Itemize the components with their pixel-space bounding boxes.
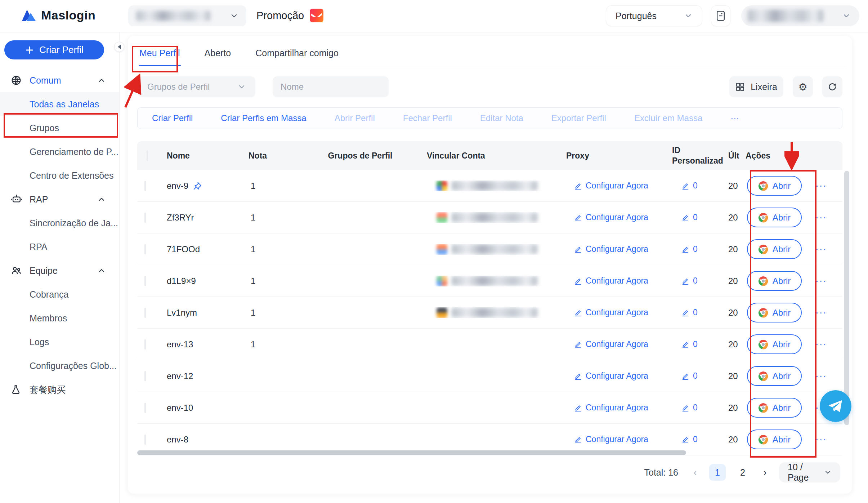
sidebar-group-2[interactable]: Equipe xyxy=(0,259,119,282)
open-profile-button[interactable]: Abrir xyxy=(747,334,802,354)
promo-link[interactable]: Promoção xyxy=(256,9,323,22)
telegram-float-button[interactable] xyxy=(820,390,851,422)
custom-id-edit[interactable]: 0 xyxy=(663,371,724,381)
prev-page-button[interactable]: ‹ xyxy=(690,467,701,478)
proxy-configure-label: Configurar Agora xyxy=(586,213,648,222)
sidebar-item-2-0[interactable]: Cobrança xyxy=(0,282,119,306)
column-header-7: Ações xyxy=(741,151,810,161)
proxy-configure-link[interactable]: Configurar Agora xyxy=(562,403,663,413)
sidebar-item-2-3[interactable]: Configurações Glob... xyxy=(0,354,119,378)
custom-id-edit[interactable]: 0 xyxy=(663,244,724,254)
blurred-account-icon xyxy=(437,276,447,286)
row-more-button[interactable]: ··· xyxy=(810,180,832,191)
row-checkbox[interactable] xyxy=(144,308,146,318)
sidebar-item-1-0[interactable]: Sincronização de Ja... xyxy=(0,211,119,235)
sidebar-item-2-1[interactable]: Membros xyxy=(0,306,119,330)
create-profile-button[interactable]: Criar Perfil xyxy=(4,40,104,59)
open-profile-button[interactable]: Abrir xyxy=(747,398,802,418)
custom-id-edit[interactable]: 0 xyxy=(663,276,724,286)
row-more-button[interactable]: ··· xyxy=(810,307,832,318)
row-checkbox[interactable] xyxy=(144,244,146,254)
proxy-configure-link[interactable]: Configurar Agora xyxy=(562,339,663,349)
row-more-button[interactable]: ··· xyxy=(810,275,832,286)
language-select[interactable]: Português xyxy=(606,5,702,26)
user-account-menu[interactable] xyxy=(741,5,859,26)
select-all-checkbox[interactable] xyxy=(147,150,148,161)
row-more-button[interactable]: ··· xyxy=(810,370,832,382)
row-checkbox[interactable] xyxy=(144,213,146,223)
custom-id-edit[interactable]: 0 xyxy=(663,181,724,191)
sidebar-item-0-1[interactable]: Grupos xyxy=(0,116,119,140)
vertical-scrollbar[interactable] xyxy=(844,171,849,425)
page-button-1[interactable]: 1 xyxy=(709,464,726,481)
profile-name-cell: Lv1nym xyxy=(160,308,241,318)
action-0[interactable]: Criar Perfil xyxy=(152,113,193,123)
sidebar-item-0-2[interactable]: Gerenciamento de P... xyxy=(0,140,119,164)
custom-id-edit[interactable]: 0 xyxy=(663,435,724,444)
action-7[interactable]: ··· xyxy=(730,113,739,123)
row-more-button[interactable]: ··· xyxy=(810,434,832,445)
sidebar-group-3[interactable]: 套餐购买 xyxy=(0,378,119,401)
sidebar-collapse-button[interactable] xyxy=(114,42,124,52)
sidebar-item-0-3[interactable]: Centro de Extensões xyxy=(0,164,119,187)
proxy-configure-link[interactable]: Configurar Agora xyxy=(562,276,663,286)
custom-id-edit[interactable]: 0 xyxy=(663,213,724,222)
pin-icon[interactable] xyxy=(193,181,202,191)
profile-group-filter[interactable]: Grupos de Perfil xyxy=(138,76,255,97)
next-page-button[interactable]: › xyxy=(760,467,770,478)
proxy-configure-link[interactable]: Configurar Agora xyxy=(562,371,663,381)
row-checkbox[interactable] xyxy=(144,276,146,286)
sidebar-item-1-1[interactable]: RPA xyxy=(0,235,119,259)
profile-name-cell: env-12 xyxy=(160,371,241,381)
workspace-select[interactable] xyxy=(128,5,246,26)
proxy-configure-link[interactable]: Configurar Agora xyxy=(562,181,663,191)
table-settings-button[interactable]: ⚙ xyxy=(793,76,813,97)
actions-cell: Abrir xyxy=(741,398,810,418)
open-profile-button[interactable]: Abrir xyxy=(747,366,802,386)
row-checkbox[interactable] xyxy=(144,339,146,350)
row-checkbox[interactable] xyxy=(144,371,146,381)
row-checkbox[interactable] xyxy=(144,181,146,191)
gear-icon: ⚙ xyxy=(798,81,807,93)
custom-id-edit[interactable]: 0 xyxy=(663,308,724,317)
open-profile-button[interactable]: Abrir xyxy=(747,176,802,196)
note-cell: 1 xyxy=(241,181,299,191)
page-button-2[interactable]: 2 xyxy=(734,464,751,481)
tab-aberto[interactable]: Aberto xyxy=(204,43,232,66)
sidebar-item-0-0[interactable]: Todas as Janelas xyxy=(0,92,119,116)
open-profile-button[interactable]: Abrir xyxy=(747,429,802,449)
name-search-input[interactable] xyxy=(281,82,392,92)
row-checkbox[interactable] xyxy=(144,435,146,445)
proxy-configure-link[interactable]: Configurar Agora xyxy=(562,308,663,317)
custom-id-edit[interactable]: 0 xyxy=(663,339,724,349)
open-profile-button[interactable]: Abrir xyxy=(747,271,802,291)
custom-id-edit[interactable]: 0 xyxy=(663,403,724,413)
profile-name-cell: env-8 xyxy=(160,435,241,445)
refresh-button[interactable] xyxy=(822,76,842,97)
sidebar-group-0[interactable]: Comum xyxy=(0,68,119,92)
proxy-configure-link[interactable]: Configurar Agora xyxy=(562,435,663,444)
row-checkbox[interactable] xyxy=(144,403,146,413)
trash-button[interactable]: Lixeira xyxy=(729,76,783,97)
row-more-button[interactable]: ··· xyxy=(810,212,832,223)
chrome-icon xyxy=(758,244,768,254)
open-profile-button[interactable]: Abrir xyxy=(747,208,802,227)
sidebar-item-2-2[interactable]: Logs xyxy=(0,330,119,354)
tab-meu-perfil[interactable]: Meu Perfil xyxy=(139,43,181,66)
open-profile-button[interactable]: Abrir xyxy=(747,303,802,322)
proxy-configure-link[interactable]: Configurar Agora xyxy=(562,244,663,254)
row-more-button[interactable]: ··· xyxy=(810,244,832,255)
open-profile-button[interactable]: Abrir xyxy=(747,239,802,259)
pencil-icon xyxy=(681,309,689,317)
page-size-select[interactable]: 10 / Page xyxy=(779,462,840,482)
row-more-button[interactable]: ··· xyxy=(810,339,832,350)
sidebar-group-1[interactable]: RAP xyxy=(0,187,119,211)
proxy-configure-label: Configurar Agora xyxy=(586,403,648,413)
docs-button[interactable] xyxy=(711,5,730,26)
tab-compartilhar-comigo[interactable]: Compartilhar comigo xyxy=(255,43,339,66)
sidebar-item-label: Logs xyxy=(30,337,49,347)
proxy-configure-link[interactable]: Configurar Agora xyxy=(562,213,663,222)
horizontal-scrollbar[interactable] xyxy=(137,450,686,455)
action-1[interactable]: Criar Perfis em Massa xyxy=(221,113,306,123)
row-checkbox-cell xyxy=(137,244,160,254)
